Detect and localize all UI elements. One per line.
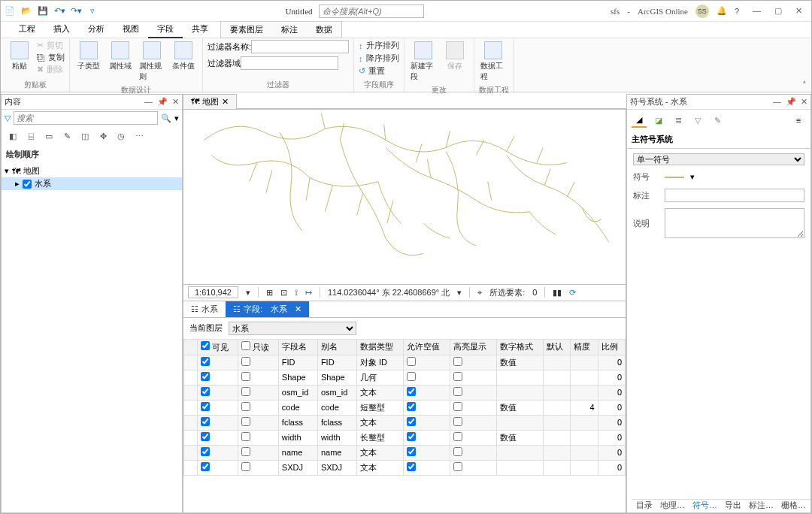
col-8[interactable]: 比例 [598,339,625,355]
sort-desc-button[interactable]: ↕降序排列 [359,53,399,64]
dock-symb-icon[interactable]: — [773,97,781,107]
current-layer-select[interactable]: 水系 [229,322,356,335]
table-row[interactable]: widthwidth长整型数值0 [184,430,626,445]
nullable-checkbox[interactable] [407,417,416,426]
table-row[interactable]: ShapeShape几何0 [184,370,626,385]
attribute-table-tab[interactable]: ☷水系 [183,301,226,317]
save-button[interactable]: 保存 [441,40,469,73]
layer-visibility-checkbox[interactable] [23,180,32,189]
readonly-checkbox[interactable] [241,462,250,471]
highlight-checkbox[interactable] [453,462,462,471]
avatar[interactable]: SS [695,5,709,18]
contents-search-input[interactable] [14,111,158,125]
constraint-icon[interactable]: ⟟ [295,288,298,298]
pin-symb-icon[interactable]: 📌 [786,97,796,107]
nullable-checkbox[interactable] [407,462,416,471]
close-symb-icon[interactable]: ✕ [801,97,807,107]
cut-button[interactable]: ✂剪切 [37,40,65,51]
command-search[interactable] [319,5,424,18]
search-icon[interactable]: 🔍 [161,113,171,123]
col-4[interactable]: 高亮显示 [450,339,497,355]
vary-by-attr-icon[interactable]: ◪ [651,113,666,128]
list-by-selection-icon[interactable]: ▭ [42,129,56,143]
readonly-checkbox[interactable] [241,417,250,426]
rules-button[interactable]: 属性规则 [138,40,166,83]
nullable-checkbox[interactable] [407,387,416,396]
undo-icon[interactable]: ↶▾ [53,5,65,17]
symbol-layers-icon[interactable]: ≣ [671,113,686,128]
highlight-checkbox[interactable] [453,357,462,366]
symbology-desc-input[interactable] [665,208,804,238]
primary-symbology-icon[interactable]: ◢ [632,113,647,128]
nullable-checkbox[interactable] [407,372,416,381]
visible-checkbox[interactable] [201,432,210,441]
table-row[interactable]: osm_idosm_id文本0 [184,385,626,400]
qat-dropdown-icon[interactable]: ▿ [86,5,98,17]
filter-name-input[interactable] [251,40,349,53]
nullable-checkbox[interactable] [407,357,416,366]
col-5[interactable]: 数字格式 [497,339,544,355]
grid-icon[interactable]: ⊞ [266,288,273,298]
tab-export[interactable]: 导出 [725,500,741,512]
row-selector-header[interactable] [184,339,198,355]
highlight-checkbox[interactable] [453,372,462,381]
table-row[interactable]: codecode短整型数值40 [184,400,626,415]
scale-input[interactable]: 1:610,942 [188,286,238,298]
highlight-checkbox[interactable] [453,417,462,426]
reset-order-button[interactable]: ↺重置 [359,65,385,77]
col-visible[interactable]: 可见 [198,339,238,355]
tab-insert[interactable]: 插入 [44,21,79,38]
tab-raster[interactable]: 栅格… [781,500,806,512]
collapse-icon[interactable]: ▾ [5,166,9,176]
domain-button[interactable]: 属性域 [106,40,135,73]
tab-geoprocessing[interactable]: 地理… [660,500,685,512]
new-project-icon[interactable]: 📄 [4,5,16,17]
highlight-checkbox[interactable] [453,387,462,396]
pin-icon[interactable]: 📌 [157,97,168,107]
tab-feature-layer[interactable]: 要素图层 [221,22,272,38]
tab-labeling[interactable]: 标注 [272,22,307,38]
table-row[interactable]: FIDFID对象 ID数值0 [184,355,626,370]
paste-button[interactable]: 粘贴 [5,40,34,73]
col-2[interactable]: 数据类型 [356,339,403,355]
tab-fields[interactable]: 字段 [148,21,183,38]
close-contents-icon[interactable]: ✕ [172,97,179,107]
filter-domain-input[interactable] [241,56,338,70]
symbology-label-input[interactable] [665,189,804,202]
selection-icon[interactable]: ⌖ [477,288,482,298]
redo-icon[interactable]: ↷▾ [70,5,82,17]
pause-drawing-icon[interactable]: ▮▮ [553,288,562,298]
filter-icon[interactable]: ▽ [5,113,11,123]
visible-checkbox[interactable] [201,462,210,471]
highlight-checkbox[interactable] [453,432,462,441]
maximize-icon[interactable]: ▢ [774,6,782,16]
visible-checkbox[interactable] [201,387,210,396]
list-by-source-icon[interactable]: ⌸ [24,129,38,143]
minimize-icon[interactable]: — [753,6,761,16]
readonly-checkbox[interactable] [241,447,250,456]
save-icon[interactable]: 💾 [37,5,49,17]
col-3[interactable]: 允许空值 [403,339,450,355]
table-row[interactable]: namename文本0 [184,445,626,460]
nullable-checkbox[interactable] [407,447,416,456]
contents-menu-icon[interactable]: ▾ [174,113,179,123]
correction-icon[interactable]: ↦ [305,288,312,298]
list-by-drawing-icon[interactable]: ◧ [6,129,20,143]
visible-checkbox[interactable] [201,372,210,381]
fields-view-tab[interactable]: ☷字段: 水系✕ [226,301,309,317]
readonly-checkbox[interactable] [241,357,250,366]
sort-asc-button[interactable]: ↕升序排列 [359,40,399,51]
readonly-checkbox[interactable] [241,387,250,396]
collapse-ribbon-icon[interactable]: ˄ [802,80,807,90]
delete-button[interactable]: ✖删除 [37,64,65,75]
col-1[interactable]: 别名 [317,339,356,355]
list-by-snapping-icon[interactable]: ◫ [78,129,92,143]
map-tab[interactable]: 🗺地图✕ [183,94,237,109]
highlight-checkbox[interactable] [453,447,462,456]
symb-menu-icon[interactable]: ≡ [791,113,806,128]
list-by-labeling-icon[interactable]: ✥ [96,129,110,143]
close-icon[interactable]: ✕ [795,6,802,16]
tab-analysis[interactable]: 分析 [79,21,114,38]
copy-button[interactable]: ⿻复制 [37,52,65,63]
col-7[interactable]: 精度 [571,339,598,355]
